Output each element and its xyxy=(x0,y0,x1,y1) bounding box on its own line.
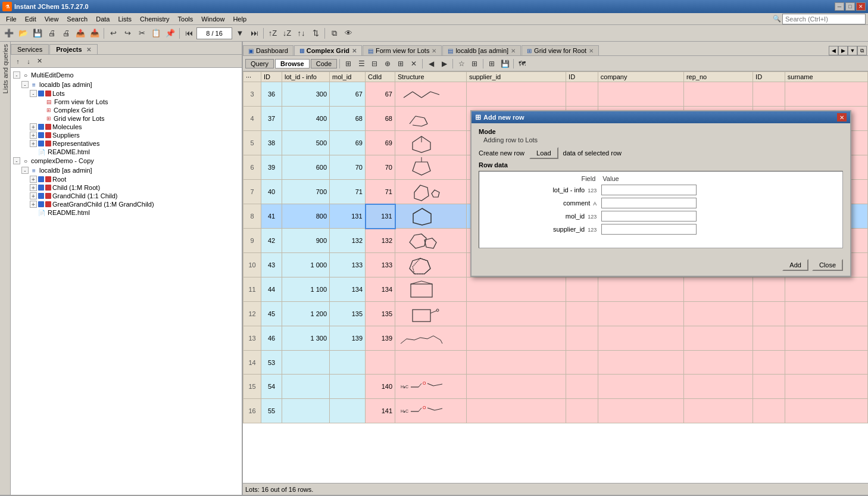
paste-button[interactable]: 📌 xyxy=(164,27,177,40)
cell-cdid[interactable] xyxy=(366,351,395,375)
cell-repno[interactable] xyxy=(683,82,753,107)
cell-repno[interactable] xyxy=(683,277,753,302)
cell-mol[interactable]: 71 xyxy=(330,180,366,204)
copy2-button[interactable]: ⧉ xyxy=(327,27,341,40)
dialog-close-btn[interactable]: Close xyxy=(812,259,843,271)
cell-mol[interactable]: 132 xyxy=(330,229,366,253)
cell-cdid[interactable]: 132 xyxy=(366,229,395,253)
sort-4[interactable]: ⇅ xyxy=(309,27,322,40)
gt-expand[interactable]: ⊞ xyxy=(395,58,407,70)
col-header-company[interactable]: company xyxy=(598,72,683,82)
tree-item-suppliers[interactable]: + Suppliers xyxy=(13,131,239,139)
field-value-mol-id[interactable] xyxy=(599,210,840,223)
cell-id2[interactable] xyxy=(566,351,598,375)
cell-lot[interactable]: 900 xyxy=(282,229,330,253)
print-button[interactable]: 🖨 xyxy=(45,27,58,40)
cell-struct[interactable] xyxy=(395,302,467,326)
add-new-row-dialog[interactable]: ⊞ Add new row ✕ Mode Adding row to Lots … xyxy=(470,110,851,277)
cell-id3[interactable] xyxy=(753,326,785,351)
open-button[interactable]: 📂 xyxy=(17,27,30,40)
input-mol-id[interactable] xyxy=(601,211,697,222)
cell-repno[interactable] xyxy=(683,302,753,326)
view-button[interactable]: 👁 xyxy=(342,27,355,40)
cell-cdid[interactable]: 139 xyxy=(366,326,395,351)
tab-grid-view-root[interactable]: ⊞ Grid view for Root ✕ xyxy=(522,45,599,55)
cell-mol[interactable]: 135 xyxy=(330,302,366,326)
col-header-surname[interactable]: surname xyxy=(785,72,867,82)
cell-id[interactable]: 42 xyxy=(261,229,282,253)
menu-file[interactable]: File xyxy=(2,15,20,23)
cell-cdid[interactable]: 70 xyxy=(366,155,395,180)
cell-id[interactable]: 41 xyxy=(261,204,282,229)
tab-form-view-close[interactable]: ✕ xyxy=(432,48,436,54)
cell-lot[interactable]: 600 xyxy=(282,155,330,180)
cell-supplier[interactable] xyxy=(467,302,566,326)
tree-item-multieditdemo[interactable]: - ○ MultiEditDemo xyxy=(13,70,239,80)
cell-company[interactable] xyxy=(598,399,683,423)
menu-lists[interactable]: Lists xyxy=(114,15,135,23)
field-value-supplier-id[interactable] xyxy=(599,223,840,236)
cell-struct[interactable] xyxy=(395,180,467,204)
col-header-lot-id[interactable]: lot_id - info xyxy=(282,72,330,82)
cell-surname[interactable] xyxy=(785,399,867,423)
cell-id3[interactable] xyxy=(753,277,785,302)
gt-filter[interactable]: ⊟ xyxy=(369,58,380,70)
cell-company[interactable] xyxy=(598,82,683,107)
tab-dashboard[interactable]: ▣ Dashboard xyxy=(243,45,294,55)
tree-item-localdb1[interactable]: - ≡ localdb [as admin] xyxy=(13,80,239,89)
cell-id2[interactable] xyxy=(566,277,598,302)
tree-item-complexdemocopy[interactable]: - ○ complexDemo - Copy xyxy=(13,156,239,166)
input-comment[interactable] xyxy=(601,198,697,208)
cell-surname[interactable] xyxy=(785,375,867,399)
cell-supplier[interactable] xyxy=(467,375,566,399)
toggle-complexdemo[interactable]: - xyxy=(13,157,20,164)
table-row[interactable]: 13 46 1 300 139 139 xyxy=(243,326,868,351)
cut-button[interactable]: ✂ xyxy=(135,27,148,40)
nav-down[interactable]: ▼ xyxy=(233,27,246,40)
gt-save[interactable]: 💾 xyxy=(499,58,511,70)
cell-id2[interactable] xyxy=(566,326,598,351)
cell-cdid[interactable]: 67 xyxy=(366,82,395,107)
tree-item-molecules[interactable]: + Molecules xyxy=(13,123,239,131)
copy-button[interactable]: 📋 xyxy=(149,27,163,40)
cell-mol[interactable]: 131 xyxy=(330,204,366,229)
cell-lot[interactable] xyxy=(282,375,330,399)
tree-item-gridviewlots[interactable]: ⊞ Grid view for Lots xyxy=(13,114,239,123)
cell-supplier[interactable] xyxy=(467,82,566,107)
tab-nav-left[interactable]: ◀ xyxy=(829,46,838,55)
cell-mol[interactable]: 67 xyxy=(330,82,366,107)
cell-surname[interactable] xyxy=(785,326,867,351)
toggle-grandchild[interactable]: + xyxy=(30,192,37,199)
tree-item-lots[interactable]: - Lots xyxy=(13,89,239,98)
sort-3[interactable]: ↑↓ xyxy=(295,27,308,40)
cell-struct[interactable] xyxy=(395,82,467,107)
table-row[interactable]: 16 55 141 H₃C O xyxy=(243,399,868,423)
gt-grid-view[interactable]: ⊞ xyxy=(469,58,480,70)
gt-prev-rec[interactable]: ◀ xyxy=(425,58,437,70)
undo-button[interactable]: ↩ xyxy=(107,27,120,40)
cell-id2[interactable] xyxy=(566,399,598,423)
tree-item-readme2[interactable]: 📄 README.html xyxy=(13,208,239,217)
col-header-id[interactable]: ID xyxy=(261,72,282,82)
cell-supplier[interactable] xyxy=(467,351,566,375)
cell-mol[interactable]: 68 xyxy=(330,107,366,131)
sort-az[interactable]: ↑Z xyxy=(266,27,279,40)
cell-company[interactable] xyxy=(598,326,683,351)
col-header-mol-id[interactable]: mol_id xyxy=(330,72,366,82)
col-header-supplier-id[interactable]: supplier_id xyxy=(467,72,566,82)
cell-id[interactable]: 53 xyxy=(261,351,282,375)
tab-projects[interactable]: Projects ✕ xyxy=(49,44,97,54)
cell-mol[interactable]: 134 xyxy=(330,277,366,302)
gt-next-rec[interactable]: ▶ xyxy=(438,58,450,70)
col-header-id2[interactable]: ID xyxy=(566,72,598,82)
field-value-comment[interactable] xyxy=(599,196,840,210)
cell-id[interactable]: 39 xyxy=(261,155,282,180)
tab-nav-right[interactable]: ▶ xyxy=(838,46,848,55)
cell-lot[interactable]: 700 xyxy=(282,180,330,204)
toggle-suppliers[interactable]: + xyxy=(30,132,37,139)
cell-mol[interactable]: 133 xyxy=(330,253,366,277)
tree-item-root[interactable]: + Root xyxy=(13,175,239,183)
cell-id[interactable]: 37 xyxy=(261,107,282,131)
col-header-rep-no[interactable]: rep_no xyxy=(683,72,753,82)
menu-data[interactable]: Data xyxy=(92,15,113,23)
